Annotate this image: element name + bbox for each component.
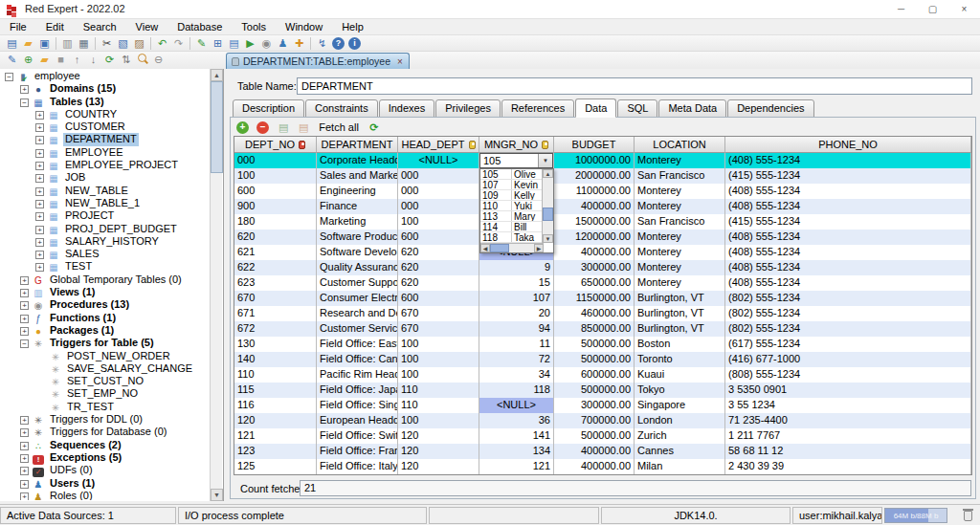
grid-row-900[interactable]: 900Finance000400000.00Monterey(408) 555-… [234,199,971,214]
move-down-icon[interactable]: ↓ [85,53,101,67]
expand-icon[interactable]: + [35,251,44,259]
menu-item-help[interactable]: Help [332,19,373,35]
grid-cell[interactable]: 620 [398,260,479,275]
tree-item-proj-dept-budget[interactable]: +▦PROJ_DEPT_BUDGET [0,223,211,235]
grid-cell[interactable]: 670 [398,321,479,337]
grid-cell[interactable]: 58 68 11 12 [725,444,971,459]
tree-item-domains-15[interactable]: +●Domains (15) [0,82,211,95]
grid-cell[interactable]: 000 [234,153,317,168]
grid-cell[interactable]: 105▼ [479,153,554,168]
tree-item-post-new-order[interactable]: ✳POST_NEW_ORDER [0,350,211,362]
tree-item-exceptions-5[interactable]: +!Exceptions (5) [0,451,211,464]
dropdown-scroll-right-icon[interactable]: ▶ [534,244,544,252]
tree-item-employee[interactable]: −▮employee [0,70,211,82]
grid-cell[interactable]: 115 [234,383,317,398]
grid-cell[interactable]: 3 5350 0901 [725,383,971,398]
grid-cell[interactable]: 100 [398,413,479,428]
grid-cell[interactable]: 120 [398,428,479,444]
print-icon[interactable]: ▦ [76,36,92,51]
grid-row-180[interactable]: 180Marketing1001500000.00San Francisco(4… [234,214,971,230]
dropdown-vertical-scrollbar[interactable]: ▲▼ [542,169,553,243]
grid-cell[interactable]: 623 [234,275,317,291]
grid-cell[interactable]: Field Office: Canada [317,352,398,367]
grid-cell[interactable]: Pacific Rim Headq.. [317,367,398,383]
collapse-icon[interactable]: − [20,339,29,348]
search-icon[interactable] [134,52,150,66]
paste-icon[interactable]: ▨ [131,36,147,51]
execute-script-icon[interactable]: ▶ [242,36,258,51]
grid-cell[interactable]: 100 [398,214,479,230]
grid-cell[interactable]: Burlington, VT [635,291,725,306]
tree-item-triggers-for-table-5[interactable]: −✳Triggers for Table (5) [0,337,211,349]
grid-cell[interactable]: 15 [479,275,554,291]
grid-cell[interactable]: Monterey [635,245,725,260]
grid-cell[interactable]: Research and Dev... [317,306,398,321]
grid-cell[interactable]: 110 [398,383,479,398]
print-preview-icon[interactable]: ▥ [59,36,76,51]
grid-cell[interactable]: 94 [479,321,554,337]
grid-row-671[interactable]: 671Research and Dev...67020460000.00Burl… [234,306,971,321]
tree-item-sales[interactable]: +▦SALES [0,248,211,260]
tree-item-views-1[interactable]: +▥Views (1) [0,286,211,298]
grid-cell[interactable]: Monterey [635,260,725,275]
grid-cell[interactable]: 36 [479,413,554,428]
grid-cell[interactable]: London [635,413,725,428]
tree-item-job[interactable]: +▦JOB [0,171,211,184]
grid-cell[interactable]: 500000.00 [554,352,635,367]
grid-cell[interactable]: Quality Assurance [317,260,398,275]
expand-icon[interactable]: + [35,238,44,247]
grid-cell[interactable]: 180 [234,214,317,230]
grid-cell[interactable]: Milan [635,459,725,474]
add-row-icon[interactable]: + [236,121,249,134]
expand-icon[interactable]: + [20,454,29,463]
tab-sql[interactable]: SQL [617,99,657,118]
save-icon[interactable]: ▣ [36,36,53,51]
tree-item-test[interactable]: +▦TEST [0,260,211,273]
tree-item-department[interactable]: +▦DEPARTMENT [0,133,211,145]
grid-cell[interactable]: 1150000.00 [554,291,635,306]
grid-cell[interactable]: Field Office: Italy [317,459,398,474]
grid-cell[interactable]: (408) 555-1234 [725,245,971,260]
grid-cell[interactable]: 1100000.00 [554,184,635,199]
tree-scrollbar-thumb[interactable] [211,81,223,173]
grid-cell[interactable]: Engineering [317,184,398,199]
menu-item-tools[interactable]: Tools [232,19,276,35]
dropdown-horizontal-scrollbar[interactable]: ◀▶ [480,243,544,252]
delete-row-icon[interactable]: − [256,121,269,134]
table-name-field[interactable]: DEPARTMENT [297,77,972,95]
grid-cell[interactable]: Field Office: Japan [317,383,398,398]
grid-cell[interactable]: (408) 555-1234 [725,230,971,245]
grid-cell[interactable]: 700000.00 [554,413,635,428]
expand-icon[interactable]: + [35,136,44,144]
grid-cell[interactable]: Marketing [317,214,398,230]
grid-cell[interactable]: <NULL> [479,398,554,413]
grid-cell[interactable]: Monterey [635,153,725,168]
collapse-all-icon[interactable]: ⊖ [150,53,167,67]
tree-item-functions-1[interactable]: +ƒFunctions (1) [0,312,211,324]
grid-row-600[interactable]: 600Engineering0001100000.00Monterey(408)… [234,184,971,199]
grid-cell[interactable]: 300000.00 [554,260,635,275]
expand-icon[interactable]: + [20,301,29,310]
grid-cell[interactable]: Field Office: Switze... [317,428,398,444]
editor-icon[interactable]: ▤ [226,36,242,51]
undo-icon[interactable]: ↶ [154,36,170,51]
grid-cell[interactable]: 2 430 39 39 [725,459,971,474]
tab-data[interactable]: Data [575,98,616,118]
collapse-icon[interactable]: − [5,73,13,81]
grid-cell[interactable]: San Francisco [635,168,725,184]
grid-cell[interactable]: 671 [234,306,317,321]
grid-cell[interactable]: 20 [479,306,554,321]
tree-item-employee[interactable]: +▦EMPLOYEE [0,146,211,159]
grid-row-120[interactable]: 120European Headqua...10036700000.00Lond… [234,413,971,428]
grid-row-100[interactable]: 100Sales and Marketing0002000000.00San F… [234,168,971,184]
grid-cell[interactable]: 622 [234,260,317,275]
grid-cell[interactable]: 110 [398,398,479,413]
dropdown-scroll-down-icon[interactable]: ▼ [543,234,553,243]
tab-constraints[interactable]: Constraints [305,99,378,118]
copy-icon[interactable]: ▧ [115,36,131,51]
grid-cell[interactable]: (808) 555-1234 [725,367,971,383]
connect-pen-icon[interactable]: ✎ [4,53,20,67]
tree-item-tables-13[interactable]: −▦Tables (13) [0,96,211,108]
grid-cell[interactable]: 400000.00 [554,199,635,214]
column-header-dept-no[interactable]: DEPT_NO [234,137,317,153]
